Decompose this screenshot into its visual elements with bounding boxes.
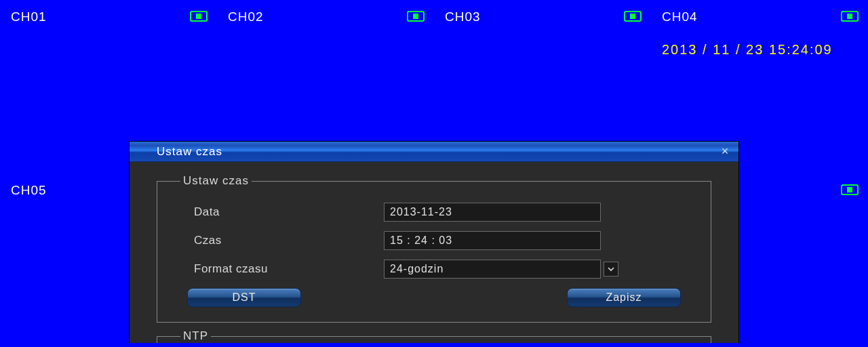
dst-button-label: DST (233, 291, 256, 304)
time-format-value: 24-godzin (384, 260, 601, 279)
channel-label-ch05: CH05 (11, 183, 47, 198)
time-format-label: Format czasu (180, 262, 384, 276)
channel-label-ch03: CH03 (445, 9, 481, 24)
record-icon (841, 11, 859, 22)
channel-label-ch02: CH02 (228, 9, 264, 24)
row-time: Czas (180, 231, 688, 250)
close-icon: × (722, 144, 729, 158)
dropdown-button[interactable] (604, 262, 618, 277)
chevron-down-icon (607, 265, 615, 273)
datetime-overlay: 2013 / 11 / 23 15:24:09 (662, 42, 833, 58)
ntp-legend: NTP (180, 329, 211, 343)
save-button[interactable]: Zapisz (567, 288, 681, 307)
date-input[interactable] (384, 203, 601, 222)
channel-label-ch01: CH01 (11, 9, 47, 24)
dialog-titlebar: Ustaw czas × (130, 142, 738, 162)
row-time-format: Format czasu 24-godzin (180, 260, 688, 279)
button-row: DST Zapisz (180, 288, 688, 307)
close-button[interactable]: × (718, 145, 732, 159)
record-icon (190, 11, 208, 22)
date-label: Data (180, 205, 384, 219)
time-format-select[interactable]: 24-godzin (384, 260, 618, 279)
dst-button[interactable]: DST (187, 288, 301, 307)
row-date: Data (180, 203, 688, 222)
dialog-title: Ustaw czas (157, 145, 222, 159)
ntp-group: NTP (157, 329, 711, 343)
dialog-body: Ustaw czas Data Czas Format czasu 24-god… (130, 162, 738, 343)
save-button-label: Zapisz (606, 291, 642, 304)
record-icon (841, 184, 859, 195)
set-time-dialog: Ustaw czas × Ustaw czas Data Czas Format… (129, 141, 739, 343)
set-time-legend: Ustaw czas (180, 174, 252, 188)
time-input[interactable] (384, 231, 601, 250)
channel-label-ch04: CH04 (662, 9, 698, 24)
record-icon (407, 11, 425, 22)
set-time-group: Ustaw czas Data Czas Format czasu 24-god… (157, 174, 711, 323)
time-label: Czas (180, 234, 384, 247)
record-icon (624, 11, 642, 22)
